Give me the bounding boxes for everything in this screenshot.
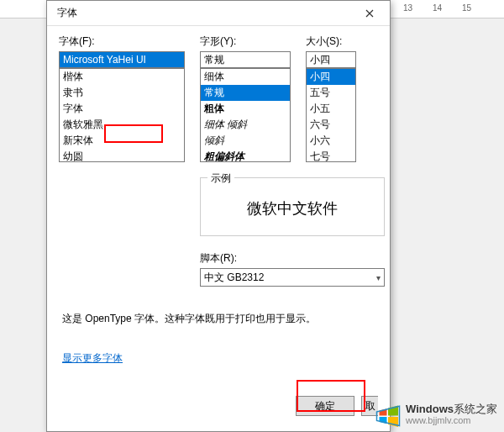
size-label: 大小(S): bbox=[306, 34, 356, 49]
list-item[interactable]: 七号 bbox=[307, 149, 355, 162]
list-item[interactable]: 小六 bbox=[307, 133, 355, 149]
style-label: 字形(Y): bbox=[200, 34, 291, 49]
list-item[interactable]: 倾斜 bbox=[201, 133, 290, 149]
close-icon bbox=[365, 9, 374, 18]
size-input[interactable] bbox=[306, 51, 356, 68]
style-listbox[interactable]: 细体 常规 粗体 细体 倾斜 倾斜 粗偏斜体 bbox=[200, 68, 291, 162]
list-item[interactable]: 楷体 bbox=[60, 69, 184, 85]
font-dialog: 字体 字体(F): 楷体 隶书 字体 微软雅黑 新宋体 幼圆 站酷小薇LOGO体 bbox=[46, 0, 391, 432]
sample-text: 微软中文软件 bbox=[247, 200, 338, 217]
windows-logo-icon bbox=[375, 402, 401, 427]
watermark: Windows系统之家 www.bjjmlv.com bbox=[375, 402, 497, 427]
chevron-down-icon: ▾ bbox=[376, 273, 381, 282]
list-item[interactable]: 细体 倾斜 bbox=[201, 117, 290, 133]
list-item[interactable]: 字体 bbox=[60, 101, 184, 117]
list-item[interactable]: 六号 bbox=[307, 117, 355, 133]
script-label: 脚本(R): bbox=[200, 251, 385, 266]
list-item[interactable]: 新宋体 bbox=[60, 133, 184, 149]
watermark-url: www.bjjmlv.com bbox=[406, 415, 497, 425]
sample-legend: 示例 bbox=[207, 171, 234, 186]
list-item[interactable]: 五号 bbox=[307, 85, 355, 101]
script-value: 中文 GB2312 bbox=[204, 271, 264, 285]
titlebar: 字体 bbox=[47, 1, 390, 26]
list-item[interactable]: 粗偏斜体 bbox=[201, 149, 290, 162]
size-listbox[interactable]: 小四 五号 小五 六号 小六 七号 八号 bbox=[306, 68, 356, 162]
more-fonts-link[interactable]: 显示更多字体 bbox=[59, 351, 126, 366]
style-input[interactable] bbox=[200, 51, 291, 68]
list-item[interactable]: 微软雅黑 bbox=[60, 117, 184, 133]
font-description: 这是 OpenType 字体。这种字体既用于打印也用于显示。 bbox=[59, 312, 378, 326]
list-item[interactable]: 细体 bbox=[201, 69, 290, 85]
list-item[interactable]: 隶书 bbox=[60, 85, 184, 101]
script-combo[interactable]: 中文 GB2312 ▾ bbox=[200, 268, 385, 287]
list-item[interactable]: 小五 bbox=[307, 101, 355, 117]
watermark-brand: Windows系统之家 bbox=[406, 403, 497, 415]
ok-button[interactable]: 确定 bbox=[296, 396, 354, 416]
dialog-title: 字体 bbox=[57, 6, 77, 20]
list-item[interactable]: 粗体 bbox=[201, 101, 290, 117]
font-input[interactable] bbox=[59, 51, 185, 68]
list-item[interactable]: 小四 bbox=[307, 69, 355, 85]
list-item[interactable]: 常规 bbox=[201, 85, 290, 101]
sample-box: 示例 微软中文软件 bbox=[200, 177, 385, 236]
list-item[interactable]: 幼圆 bbox=[60, 149, 184, 162]
close-button[interactable] bbox=[353, 2, 386, 25]
font-listbox[interactable]: 楷体 隶书 字体 微软雅黑 新宋体 幼圆 站酷小薇LOGO体 bbox=[59, 68, 185, 162]
font-label: 字体(F): bbox=[59, 34, 185, 49]
